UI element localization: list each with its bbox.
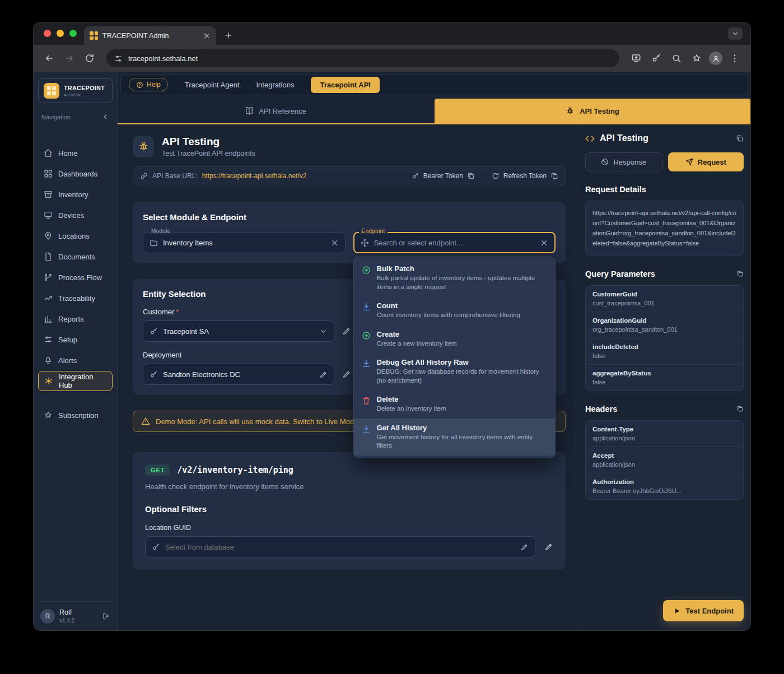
close-window-button[interactable] — [44, 30, 51, 37]
window-controls — [44, 30, 77, 37]
edit-pencil-icon[interactable] — [520, 543, 529, 551]
endpoint-option-get-all-history[interactable]: Get All History Get movement history for… — [354, 419, 556, 455]
api-base-url-bar: API Base URL: https://tracepoint-api.set… — [133, 166, 566, 185]
request-tab-button[interactable]: Request — [668, 152, 744, 171]
content-row: API Testing Test TracePoint API endpoint… — [118, 124, 750, 630]
bug-icon — [566, 106, 575, 115]
endpoint-option-count[interactable]: Count Count inventory items with compreh… — [354, 296, 556, 325]
tab-tracepoint-agent[interactable]: Tracepoint Agent — [185, 81, 240, 89]
copy-icon[interactable] — [550, 172, 558, 180]
collapse-sidebar-icon[interactable] — [102, 113, 109, 120]
edit-deployment-icon[interactable] — [342, 370, 351, 379]
endpoint-option-debug-get-all-history-raw[interactable]: Debug Get All History Raw DEBUG: Get raw… — [354, 353, 556, 390]
sidebar-divider — [40, 398, 110, 398]
sidebar-item-home[interactable]: Home — [38, 143, 113, 163]
module-value: Inventory Items — [163, 239, 325, 247]
inventory-icon — [44, 190, 53, 199]
location-guid-input[interactable] — [145, 536, 535, 557]
browser-profile-icon[interactable] — [709, 52, 722, 65]
passwords-key-icon[interactable] — [651, 53, 661, 63]
help-button[interactable]: Help — [129, 78, 168, 91]
tab-search-button[interactable] — [728, 27, 743, 40]
sidebar-item-reports[interactable]: Reports — [38, 309, 113, 329]
endpoint-option-delete[interactable]: Delete Delete an inventory item — [354, 390, 556, 419]
copy-icon[interactable] — [736, 270, 744, 277]
endpoint-option-bulk-patch[interactable]: Bulk Patch Bulk partial update of invent… — [354, 259, 556, 296]
tracepoint-app: TRACEPOINT ADMIN Navigation Home — [34, 72, 750, 630]
brand-subtitle: ADMIN — [64, 92, 105, 97]
base-url-value[interactable]: https://tracepoint-api.sethala.net/v2 — [202, 172, 307, 180]
sidebar-item-traceability[interactable]: Traceability — [38, 288, 113, 308]
sidebar-item-documents[interactable]: Documents — [38, 247, 113, 267]
endpoint-search-input[interactable] — [374, 239, 535, 247]
reports-icon — [44, 314, 53, 323]
bookmark-star-icon[interactable] — [692, 53, 702, 63]
site-settings-icon[interactable] — [114, 54, 123, 63]
api-testing-bug-icon — [133, 136, 154, 157]
clear-module-icon[interactable] — [330, 239, 339, 247]
reload-icon[interactable] — [85, 53, 95, 63]
copy-icon[interactable] — [736, 405, 744, 412]
deployment-input[interactable]: Sandton Electronics DC — [143, 364, 334, 385]
bearer-token-button[interactable]: Bearer Token — [412, 172, 475, 180]
tab-api-testing[interactable]: API Testing — [435, 99, 750, 123]
copy-icon[interactable] — [467, 172, 475, 180]
key-icon — [152, 543, 160, 551]
search-icon[interactable] — [671, 53, 682, 63]
tab-api-reference[interactable]: API Reference — [118, 99, 433, 123]
method-badge: GET — [145, 464, 170, 476]
tab-tracepoint-api[interactable]: Tracepoint API — [311, 77, 380, 93]
customer-select[interactable]: Tracepoint SA — [143, 320, 334, 342]
plus-circle-icon — [362, 331, 371, 340]
minimize-window-button[interactable] — [57, 30, 64, 37]
sidebar-item-alerts[interactable]: Alerts — [38, 350, 113, 370]
required-asterisk: * — [176, 308, 179, 316]
page-subtitle: Test TracePoint API endpoints — [162, 150, 255, 157]
edit-pencil-icon[interactable] — [319, 370, 328, 379]
clear-endpoint-icon[interactable] — [540, 239, 548, 247]
endpoint-dropdown: Bulk Patch Bulk partial update of invent… — [353, 257, 556, 458]
maximize-window-button[interactable] — [69, 30, 77, 37]
tab-integrations[interactable]: Integrations — [256, 81, 295, 89]
module-select[interactable]: Inventory Items — [143, 232, 346, 253]
browser-menu-icon[interactable] — [730, 53, 740, 63]
page-title: API Testing — [162, 136, 255, 148]
response-tab-button[interactable]: Response — [585, 152, 662, 171]
brand-box: TRACEPOINT ADMIN — [38, 78, 113, 103]
logout-icon[interactable] — [102, 612, 110, 620]
install-app-icon[interactable] — [631, 53, 641, 63]
edit-location-icon[interactable] — [544, 542, 553, 551]
endpoint-description: Health check endpoint for inventory item… — [145, 482, 553, 491]
back-icon[interactable] — [44, 53, 54, 63]
link-icon — [140, 172, 148, 180]
sidebar-item-inventory[interactable]: Inventory — [38, 184, 113, 204]
browser-tab[interactable]: TRACEPOINT Admin — [84, 26, 216, 45]
base-url-label: API Base URL: — [152, 172, 198, 180]
sidebar-item-dashboards[interactable]: Dashboards — [38, 164, 113, 184]
plus-circle-icon — [362, 266, 371, 275]
chevron-down-icon — [319, 327, 328, 336]
refresh-token-button[interactable]: Refresh Token — [492, 172, 558, 180]
new-tab-button[interactable] — [224, 31, 233, 40]
endpoint-search-box[interactable] — [353, 232, 556, 253]
forward-icon[interactable] — [64, 53, 74, 63]
location-guid-field[interactable] — [165, 543, 515, 551]
endpoint-option-create[interactable]: Create Create a new inventory item — [354, 325, 556, 354]
sidebar-item-setup[interactable]: Setup — [38, 329, 113, 350]
test-endpoint-button[interactable]: Test Endpoint — [663, 600, 744, 621]
close-tab-icon[interactable] — [203, 32, 211, 40]
browser-toolbar: tracepoint.sethala.net — [34, 45, 750, 72]
url-text: tracepoint.sethala.net — [128, 54, 198, 63]
edit-customer-icon[interactable] — [342, 327, 351, 336]
key-icon — [412, 172, 419, 180]
url-bar[interactable]: tracepoint.sethala.net — [106, 49, 619, 67]
sidebar-item-process-flow[interactable]: Process Flow — [38, 267, 113, 287]
sidebar-item-locations[interactable]: Locations — [38, 226, 113, 246]
headers-title: Headers — [585, 405, 617, 413]
param-row: includeDeleted false — [586, 338, 743, 364]
sidebar-item-subscription[interactable]: Subscription — [38, 405, 113, 425]
copy-icon[interactable] — [736, 134, 744, 142]
sidebar-item-integration-hub[interactable]: Integration Hub — [38, 371, 113, 391]
main-wrap: Help Tracepoint Agent Integrations Trace… — [118, 72, 750, 630]
sidebar-item-devices[interactable]: Devices — [38, 205, 113, 225]
